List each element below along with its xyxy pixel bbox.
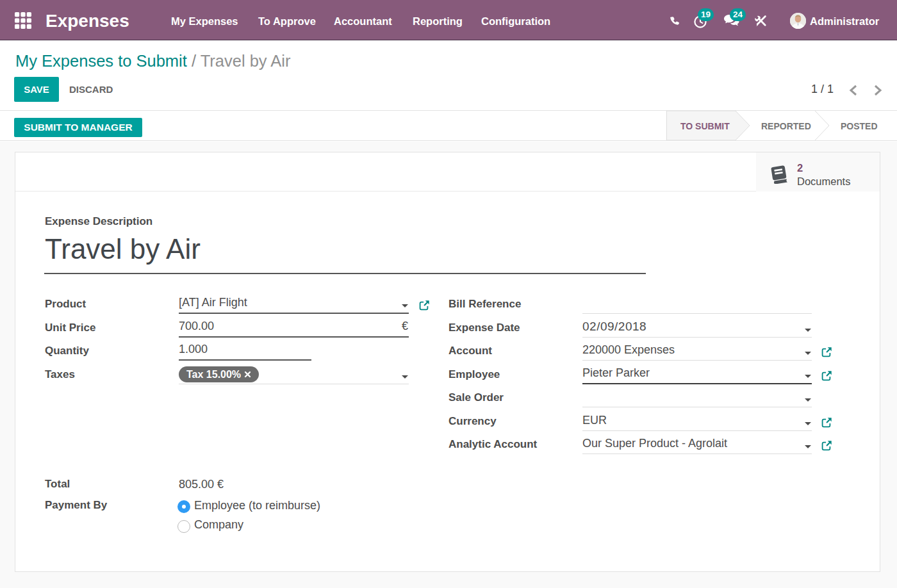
svg-text:REPORTED: REPORTED <box>761 121 811 131</box>
svg-text:POSTED: POSTED <box>841 121 878 131</box>
svg-text:TO SUBMIT: TO SUBMIT <box>680 121 730 131</box>
